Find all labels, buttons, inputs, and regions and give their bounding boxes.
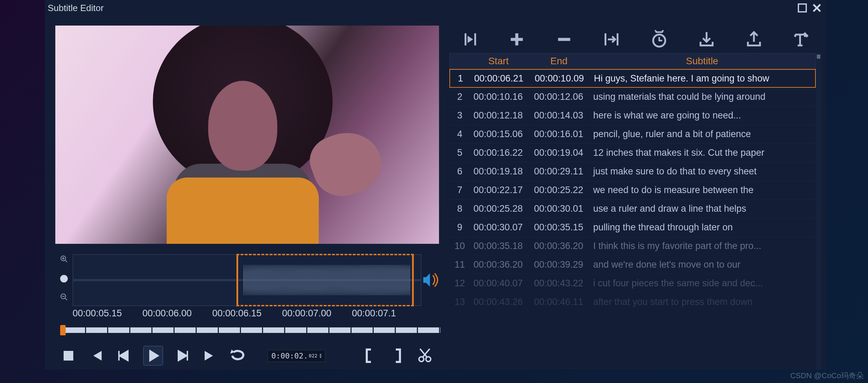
bracket-out-button[interactable] — [389, 347, 405, 364]
row-start: 00:00:25.28 — [467, 203, 529, 214]
table-header: Start End Subtitle — [449, 53, 816, 69]
vertical-scrollbar[interactable] — [816, 53, 821, 370]
row-start: 00:00:22.17 — [467, 185, 529, 195]
svg-point-4 — [419, 357, 424, 362]
row-subtitle: use a ruler and draw a line that helps — [588, 203, 816, 214]
right-panel: Start End Subtitle 100:00:06.2100:00:10.… — [449, 15, 826, 370]
row-number: 11 — [452, 259, 467, 270]
row-start: 00:00:15.06 — [467, 129, 529, 140]
table-row[interactable]: 300:00:12.1800:00:14.03here is what we a… — [449, 106, 816, 125]
table-row[interactable]: 1300:00:43.2600:00:46.11after that you s… — [449, 293, 816, 312]
row-number: 5 — [452, 147, 467, 158]
row-start: 00:00:10.16 — [467, 92, 529, 102]
row-start: 00:00:16.22 — [467, 147, 529, 158]
tick-label: 00:00:07.00 — [282, 308, 352, 319]
transport-controls: 0:00:02.022 ▲▼ — [60, 346, 440, 366]
scrubber-track[interactable] — [63, 327, 440, 333]
row-start: 00:00:06.21 — [468, 73, 530, 84]
table-row[interactable]: 500:00:16.2200:00:19.0412 inches that ma… — [449, 144, 816, 162]
window-title: Subtitle Editor — [48, 3, 104, 13]
subtitle-editor-window: Subtitle Editor — [45, 0, 826, 370]
row-number: 10 — [452, 241, 467, 251]
stop-button[interactable] — [60, 347, 77, 364]
skip-start-button[interactable] — [88, 347, 104, 364]
table-row[interactable]: 700:00:22.1700:00:25.22we need to do is … — [449, 181, 816, 200]
table-row[interactable]: 800:00:25.2800:00:30.01use a ruler and d… — [449, 200, 816, 218]
table-row[interactable]: 1200:00:40.0700:00:43.22i cut four piece… — [449, 274, 816, 293]
tick-label: 00:00:06.15 — [212, 308, 282, 319]
row-subtitle: pulling the thread through later on — [588, 222, 816, 233]
audio-track-icon[interactable] — [421, 254, 440, 289]
scrubber-playhead[interactable] — [60, 325, 66, 335]
col-end[interactable]: End — [529, 56, 589, 67]
col-start[interactable]: Start — [468, 56, 529, 67]
tick-label: 00:00:05.15 — [73, 308, 142, 319]
col-subtitle[interactable]: Subtitle — [589, 56, 815, 67]
close-button[interactable] — [811, 2, 823, 14]
left-panel: 00:00:05.15 00:00:06.00 00:00:06.15 00:0… — [45, 15, 449, 370]
row-start: 00:00:36.20 — [467, 259, 529, 270]
timecode-major: 0:00:02. — [271, 352, 308, 360]
table-row[interactable]: 600:00:19.1800:00:29.11just make sure to… — [449, 162, 816, 181]
table-row[interactable]: 200:00:10.1600:00:12.06using materials t… — [449, 88, 816, 106]
cut-button[interactable] — [417, 347, 433, 364]
time-shift-button[interactable] — [650, 30, 669, 49]
video-preview[interactable] — [55, 26, 439, 244]
zoom-slider-handle[interactable] — [60, 275, 68, 283]
row-subtitle: here is what we are going to need... — [588, 110, 816, 121]
row-end: 00:00:19.04 — [529, 147, 588, 158]
zoom-in-icon[interactable] — [60, 255, 68, 265]
table-row[interactable]: 900:00:30.0700:00:35.15pulling the threa… — [449, 218, 816, 237]
remove-subtitle-button[interactable] — [554, 30, 574, 49]
play-selection-button[interactable] — [460, 30, 479, 49]
row-number: 8 — [452, 203, 467, 214]
row-start: 00:00:43.26 — [467, 297, 529, 307]
merge-button[interactable] — [602, 30, 621, 49]
step-forward-button[interactable] — [174, 347, 191, 364]
row-subtitle: i cut four pieces the same side and dec.… — [588, 278, 816, 289]
row-number: 13 — [452, 297, 467, 307]
skip-end-button[interactable] — [202, 347, 218, 364]
row-end: 00:00:30.01 — [529, 203, 588, 214]
loop-button[interactable] — [230, 347, 246, 364]
import-button[interactable] — [697, 30, 716, 49]
row-subtitle: pencil, glue, ruler and a bit of patienc… — [588, 129, 816, 140]
svg-rect-3 — [64, 351, 73, 361]
row-number: 6 — [452, 166, 467, 177]
row-subtitle: I think this is my favorite part of the … — [588, 241, 816, 251]
text-options-button[interactable] — [792, 30, 811, 49]
maximize-button[interactable] — [796, 2, 808, 14]
step-back-button[interactable] — [115, 347, 132, 364]
table-row[interactable]: 100:00:06.2100:00:10.09Hi guys, Stefanie… — [449, 69, 816, 88]
row-start: 00:00:30.07 — [467, 222, 529, 233]
row-subtitle: after that you start to press them down — [588, 297, 816, 307]
table-row[interactable]: 1100:00:36.2000:00:39.29and we're done l… — [449, 256, 816, 274]
row-end: 00:00:14.03 — [529, 110, 588, 121]
timecode-stepper[interactable]: ▲▼ — [319, 353, 321, 358]
zoom-out-icon[interactable] — [60, 293, 68, 303]
add-subtitle-button[interactable] — [507, 30, 526, 49]
waveform-display[interactable] — [73, 254, 421, 306]
scrollbar-thumb[interactable] — [817, 55, 820, 59]
row-end: 00:00:29.11 — [529, 166, 588, 177]
timecode-display[interactable]: 0:00:02.022 ▲▼ — [268, 350, 325, 362]
row-number: 4 — [452, 129, 467, 140]
row-end: 00:00:46.11 — [529, 297, 588, 307]
svg-point-5 — [426, 357, 431, 362]
row-end: 00:00:10.09 — [530, 73, 589, 84]
row-end: 00:00:16.01 — [529, 129, 588, 140]
bracket-in-button[interactable] — [361, 347, 378, 364]
subtitle-toolbar — [449, 26, 821, 53]
row-end: 00:00:12.06 — [529, 92, 588, 102]
export-button[interactable] — [744, 30, 764, 49]
table-row[interactable]: 400:00:15.0600:00:16.01pencil, glue, rul… — [449, 125, 816, 144]
row-start: 00:00:19.18 — [467, 166, 529, 177]
waveform-selection[interactable] — [236, 254, 414, 306]
row-end: 00:00:43.22 — [529, 278, 588, 289]
row-subtitle: we need to do is measure between the — [588, 185, 816, 195]
row-end: 00:00:35.15 — [529, 222, 588, 233]
table-row[interactable]: 1000:00:35.1800:00:36.20I think this is … — [449, 237, 816, 256]
titlebar: Subtitle Editor — [45, 0, 826, 15]
play-button[interactable] — [143, 346, 163, 366]
row-subtitle: and we're done let's move on to our — [588, 259, 816, 270]
